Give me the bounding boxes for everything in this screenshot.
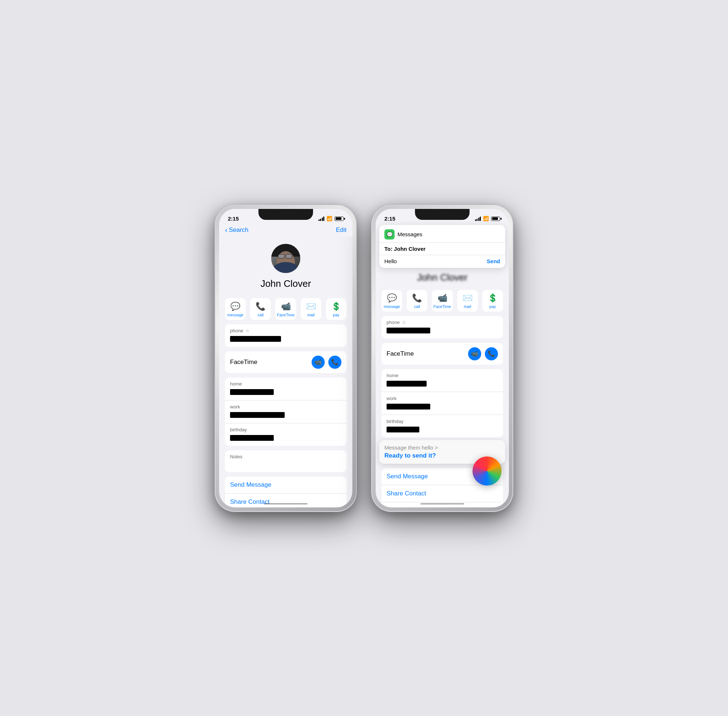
call-button-2[interactable]: 📞 call (406, 290, 427, 312)
messages-input-row-2: Hello Send (379, 255, 505, 268)
phone-row-1[interactable]: phone ☆ (225, 324, 347, 347)
phone-row-2[interactable]: phone ☆ (381, 316, 503, 338)
phone-screen-2: 2:15 📶 ‹ Search (376, 209, 509, 507)
facetime-row-label-2: FaceTime (387, 350, 414, 358)
message-icon-1: 💬 (231, 302, 240, 311)
notch-1 (258, 209, 313, 220)
battery-1 (335, 217, 344, 221)
wifi-icon-2: 📶 (483, 216, 489, 221)
facetime-button-2[interactable]: 📹 FaceTime (432, 290, 452, 312)
facetime-video-btn-2[interactable]: 📹 (468, 347, 481, 360)
phone-2: 2:15 📶 ‹ Search (371, 205, 513, 512)
facetime-audio-btn-1[interactable]: 📞 (328, 356, 341, 369)
status-time-2: 2:15 (384, 215, 395, 221)
birthday-row-1[interactable]: birthday (225, 423, 347, 446)
facetime-btns-1: 📹 📞 (312, 356, 341, 369)
call-label-2: call (414, 304, 420, 309)
birthday-label-1: birthday (230, 427, 341, 432)
address-section-2: home work birthday (381, 369, 503, 438)
address-section-1: home work birthday (225, 378, 347, 446)
pay-button-2[interactable]: 💲 pay (482, 290, 503, 312)
birthday-redacted-1 (230, 435, 274, 441)
work-row-1[interactable]: work (225, 400, 347, 423)
phone-redacted-2 (387, 328, 430, 334)
signal-bars-1 (318, 217, 325, 221)
pay-button-1[interactable]: 💲 pay (326, 298, 347, 320)
home-redacted-2 (387, 381, 426, 387)
siri-ball-2[interactable] (472, 457, 502, 485)
siri-hint-2: Message them hello > (384, 444, 500, 451)
messages-overlay-2: 💬 Messages To: John Clover Hello Send (379, 225, 505, 268)
back-label-1: Search (229, 226, 249, 234)
battery-fill-1 (335, 217, 341, 220)
share-contact-link-2[interactable]: Share Contact (381, 485, 503, 502)
pay-label-2: pay (490, 304, 496, 309)
notch-2 (415, 209, 470, 220)
phone-1: 2:15 📶 ‹ Search (215, 205, 357, 512)
facetime-label-1: FaceTime (277, 312, 295, 317)
message-icon-2: 💬 (387, 293, 397, 303)
birthday-row-2[interactable]: birthday (381, 415, 503, 438)
facetime-audio-btn-2[interactable]: 📞 (485, 347, 498, 360)
message-button-1[interactable]: 💬 message (225, 298, 246, 320)
work-label-2: work (387, 396, 498, 401)
message-button-2[interactable]: 💬 message (381, 290, 402, 312)
wifi-icon-1: 📶 (326, 216, 332, 221)
star-icon-1: ☆ (245, 328, 250, 334)
facetime-label-2: FaceTime (434, 304, 451, 309)
call-label-1: call (258, 312, 264, 317)
birthday-redacted-2 (387, 426, 419, 432)
home-label-1: home (230, 381, 341, 387)
send-message-link-1[interactable]: Send Message (225, 476, 347, 494)
status-icons-2: 📶 (475, 216, 501, 221)
facetime-row-label-1: FaceTime (230, 358, 257, 366)
call-button-1[interactable]: 📞 call (250, 298, 271, 320)
facetime-btns-2: 📹 📞 (468, 347, 498, 360)
home-indicator-1 (264, 503, 308, 505)
notes-label-1: Notes (230, 454, 341, 460)
phone-section-2: phone ☆ (381, 316, 503, 338)
screen-content-2: 2:15 📶 ‹ Search (376, 209, 509, 507)
avatar-1 (271, 244, 300, 273)
message-label-1: message (227, 312, 244, 317)
home-row-2[interactable]: home (381, 369, 503, 392)
facetime-button-1[interactable]: 📹 FaceTime (275, 298, 296, 320)
avatar-glasses-1 (278, 254, 293, 258)
mail-label-2: mail (464, 304, 471, 309)
mail-button-2[interactable]: ✉️ mail (457, 290, 478, 312)
mail-label-1: mail (307, 312, 314, 317)
facetime-row-1: FaceTime 📹 📞 (225, 351, 347, 373)
contact-header-1: John Clover (219, 241, 352, 295)
edit-button-1[interactable]: Edit (336, 226, 347, 234)
birthday-label-2: birthday (387, 419, 498, 424)
facetime-video-btn-1[interactable]: 📹 (312, 356, 325, 369)
phone-label-2: phone ☆ (387, 320, 498, 325)
messages-input-text-2[interactable]: Hello (384, 258, 397, 264)
phone-redacted-1 (230, 336, 281, 342)
contact-name-1: John Clover (261, 278, 311, 290)
work-redacted-2 (387, 404, 430, 410)
phone-screen-1: 2:15 📶 ‹ Search (219, 209, 352, 507)
messages-to-2: To: John Clover (379, 243, 505, 255)
work-row-2[interactable]: work (381, 392, 503, 415)
work-label-1: work (230, 404, 341, 410)
back-chevron-1: ‹ (225, 226, 228, 233)
status-icons-1: 📶 (318, 216, 344, 221)
nav-bar-1: ‹ Search Edit (219, 225, 352, 237)
battery-2 (491, 217, 500, 221)
facetime-row-2: FaceTime 📹 📞 (381, 343, 503, 365)
battery-fill-2 (492, 217, 498, 220)
messages-send-button-2[interactable]: Send (487, 258, 500, 264)
action-buttons-2: 💬 message 📞 call 📹 FaceTime ✉️ mail (376, 287, 509, 316)
share-contact-link-1[interactable]: Share Contact (225, 494, 347, 507)
scroll-area-1[interactable]: John Clover 💬 message 📞 call 📹 FaceTime (219, 241, 352, 507)
home-row-1[interactable]: home (225, 378, 347, 400)
mail-button-1[interactable]: ✉️ mail (301, 298, 322, 320)
back-button-1[interactable]: ‹ Search (225, 226, 249, 234)
star-icon-2: ☆ (402, 320, 406, 325)
messages-title-2: Messages (397, 231, 422, 237)
screen-content-1: 2:15 📶 ‹ Search (219, 209, 352, 507)
home-label-2: home (387, 373, 498, 378)
home-redacted-1 (230, 389, 274, 395)
facetime-section-2: FaceTime 📹 📞 (381, 343, 503, 365)
